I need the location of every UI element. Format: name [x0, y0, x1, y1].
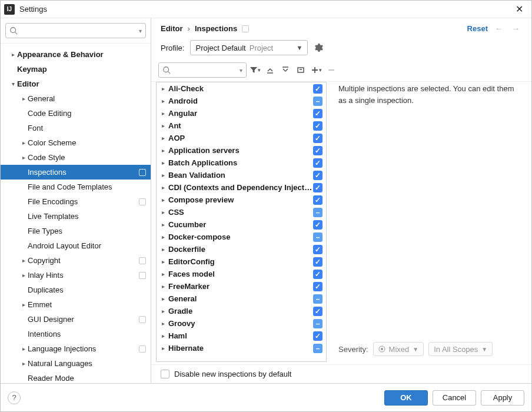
close-button[interactable]: ✕: [511, 1, 528, 17]
checkbox-checked-icon[interactable]: ✓: [313, 171, 322, 180]
sidebar-item-label: Android Layout Editor: [28, 241, 146, 250]
sidebar-item[interactable]: Code Editing: [1, 106, 151, 121]
apply-button[interactable]: Apply: [481, 390, 524, 406]
sidebar-item[interactable]: ▸General: [1, 91, 151, 106]
checkbox-checked-icon[interactable]: ✓: [313, 220, 322, 230]
chevron-down-icon: ▼: [413, 346, 418, 353]
profile-combo[interactable]: Project Default Project ▼: [190, 40, 308, 55]
scope-combo[interactable]: In All Scopes ▼: [428, 342, 493, 356]
inspection-row[interactable]: ▸Docker-compose–: [157, 231, 326, 243]
collapse-all-icon[interactable]: [278, 63, 292, 77]
breadcrumb-bar: Editor › Inspections Reset ← →: [151, 18, 531, 36]
sidebar-item[interactable]: ▸Emmet: [1, 297, 151, 312]
inspection-row[interactable]: ▸FreeMarker✓: [157, 280, 326, 293]
sidebar-item[interactable]: ▸Copyright: [1, 253, 151, 268]
checkbox-mixed-icon[interactable]: –: [313, 232, 322, 242]
checkbox-mixed-icon[interactable]: –: [313, 208, 322, 217]
sidebar-item[interactable]: Font: [1, 121, 151, 135]
sidebar-item-label: Intentions: [28, 330, 146, 338]
inspection-row[interactable]: ▸Ant✓: [157, 119, 326, 132]
sidebar-item[interactable]: Duplicates: [1, 283, 151, 297]
inspection-row[interactable]: ▸Batch Applications✓: [157, 157, 326, 169]
ok-button[interactable]: OK: [384, 390, 428, 406]
help-button[interactable]: ?: [8, 391, 21, 404]
inspection-search[interactable]: ▾: [158, 62, 247, 78]
sidebar-item[interactable]: ▸Inlay Hints: [1, 268, 151, 283]
inspection-row[interactable]: ▸Groovy–: [157, 317, 326, 330]
sidebar-item[interactable]: ▾Editor: [1, 77, 151, 91]
sidebar-item[interactable]: ▸Color Scheme: [1, 135, 151, 150]
inspection-row[interactable]: ▸EditorConfig✓: [157, 255, 326, 268]
sidebar-item[interactable]: File Types: [1, 224, 151, 238]
inspection-row[interactable]: ▸Dockerfile✓: [157, 243, 326, 255]
inspection-row[interactable]: ▸Hibernate–: [157, 342, 326, 354]
sidebar-item[interactable]: ▸Language Injections: [1, 341, 151, 356]
checkbox-checked-icon[interactable]: ✓: [313, 270, 322, 279]
sidebar-search-input[interactable]: [20, 26, 139, 36]
checkbox-checked-icon[interactable]: ✓: [313, 84, 322, 94]
inspection-row[interactable]: ▸Android–: [157, 95, 326, 107]
sidebar-item[interactable]: Keymap: [1, 62, 151, 77]
reset-defaults-icon[interactable]: [294, 63, 308, 77]
settings-window: IJ Settings ✕ ▾ ▸Appearance & BehaviorKe…: [0, 0, 532, 412]
sidebar-item[interactable]: File Encodings: [1, 194, 151, 209]
sidebar-item[interactable]: Intentions: [1, 327, 151, 341]
checkbox-checked-icon[interactable]: ✓: [313, 121, 322, 131]
sidebar-item[interactable]: Live Templates: [1, 209, 151, 224]
svg-line-3: [168, 72, 171, 74]
inspection-row[interactable]: ▸Ali-Check✓: [157, 82, 326, 95]
inspection-row[interactable]: ▸Bean Validation✓: [157, 169, 326, 181]
cancel-button[interactable]: Cancel: [433, 390, 476, 406]
inspection-row[interactable]: ▸AOP✓: [157, 132, 326, 144]
sidebar-tree[interactable]: ▸Appearance & BehaviorKeymap▾Editor▸Gene…: [1, 44, 151, 383]
inspection-row[interactable]: ▸CSS–: [157, 206, 326, 218]
inspection-row[interactable]: ▸CDI (Contexts and Dependency Injection)…: [157, 181, 326, 194]
checkbox-checked-icon[interactable]: ✓: [313, 245, 322, 254]
checkbox-checked-icon[interactable]: ✓: [313, 257, 322, 267]
checkbox-mixed-icon[interactable]: –: [313, 97, 322, 106]
sidebar-item[interactable]: ▸Appearance & Behavior: [1, 47, 151, 62]
sidebar-item[interactable]: Android Layout Editor: [1, 238, 151, 253]
sidebar-item[interactable]: File and Code Templates: [1, 180, 151, 194]
sidebar-search[interactable]: ▾: [5, 23, 146, 38]
inspection-row[interactable]: ▸Compose preview✓: [157, 194, 326, 206]
inspection-row[interactable]: ▸Gradle✓: [157, 305, 326, 317]
checkbox-checked-icon[interactable]: ✓: [313, 158, 322, 168]
checkbox-mixed-icon[interactable]: –: [313, 294, 322, 304]
sidebar-item[interactable]: GUI Designer: [1, 312, 151, 327]
checkbox-checked-icon[interactable]: ✓: [313, 195, 322, 205]
checkbox-checked-icon[interactable]: ✓: [313, 146, 322, 155]
add-icon[interactable]: ▾: [309, 63, 323, 77]
expand-all-icon[interactable]: [263, 63, 277, 77]
chevron-right-icon: ▸: [159, 295, 167, 302]
chevron-down-icon: ▾: [139, 28, 142, 34]
inspection-row[interactable]: ▸Haml✓: [157, 330, 326, 342]
inspection-row[interactable]: ▸Application servers✓: [157, 144, 326, 157]
inspection-name: Compose preview: [167, 195, 313, 204]
inspection-list[interactable]: ▸Ali-Check✓▸Android–▸Angular✓▸Ant✓▸AOP✓▸…: [156, 82, 327, 362]
checkbox-checked-icon[interactable]: ✓: [313, 307, 322, 316]
checkbox-checked-icon[interactable]: ✓: [313, 109, 322, 118]
checkbox-checked-icon[interactable]: ✓: [313, 331, 322, 341]
project-scope-icon: [139, 257, 146, 264]
inspection-row[interactable]: ▸Cucumber✓: [157, 218, 326, 231]
checkbox-checked-icon[interactable]: ✓: [313, 134, 322, 143]
sidebar-item-label: Keymap: [17, 65, 146, 74]
disable-new-checkbox[interactable]: [161, 370, 169, 378]
inspection-row[interactable]: ▸Angular✓: [157, 107, 326, 119]
sidebar-item-label: Natural Languages: [28, 359, 146, 368]
checkbox-checked-icon[interactable]: ✓: [313, 282, 322, 291]
sidebar-item[interactable]: Inspections: [1, 165, 151, 180]
inspection-row[interactable]: ▸Faces model✓: [157, 268, 326, 280]
inspection-row[interactable]: ▸General–: [157, 293, 326, 305]
checkbox-checked-icon[interactable]: ✓: [313, 183, 322, 192]
severity-combo[interactable]: Mixed ▼: [373, 342, 424, 356]
checkbox-mixed-icon[interactable]: –: [313, 344, 322, 353]
sidebar-item[interactable]: ▸Code Style: [1, 150, 151, 165]
reset-button[interactable]: Reset: [467, 24, 488, 33]
sidebar-item[interactable]: Reader Mode: [1, 371, 151, 383]
filter-icon[interactable]: ▾: [248, 63, 262, 77]
sidebar-item[interactable]: ▸Natural Languages: [1, 356, 151, 371]
gear-icon[interactable]: [314, 43, 323, 52]
checkbox-mixed-icon[interactable]: –: [313, 319, 322, 328]
